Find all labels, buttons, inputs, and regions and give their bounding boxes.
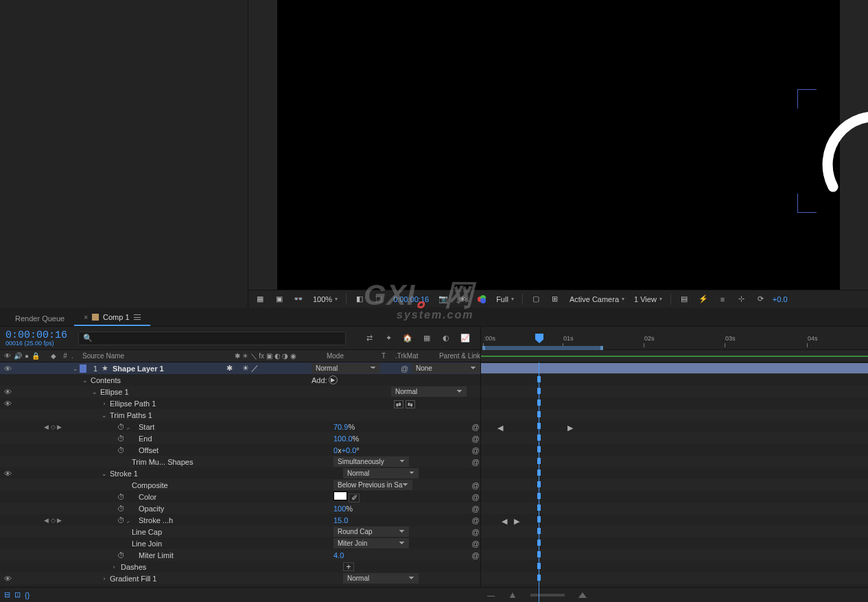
timeline-icon[interactable]: ≡ — [715, 293, 730, 305]
motion-blur-icon[interactable]: ◐ — [441, 333, 451, 344]
twirl-icon[interactable]: ⌄ — [71, 365, 80, 372]
eye-icon[interactable]: 👁 — [3, 387, 12, 397]
layer-color-label[interactable] — [80, 364, 86, 373]
tab-render-queue[interactable]: Render Queue — [5, 311, 74, 326]
twirl-icon[interactable]: › — [100, 575, 108, 582]
link-icon[interactable]: @ — [471, 446, 480, 454]
link-icon[interactable]: @ — [471, 540, 480, 548]
ellipse-group-row[interactable]: 👁 ⌄ Ellipse 1 Normal — [0, 386, 480, 397]
snapshot-icon[interactable]: 📷 — [436, 293, 451, 305]
grid-icon[interactable]: ▦ — [253, 293, 268, 305]
reset-exposure-icon[interactable]: ⟳ — [753, 293, 769, 305]
comp-mini-flowchart-icon[interactable]: ⇄ — [364, 333, 375, 344]
graph-icon[interactable]: ⦧ — [126, 516, 134, 524]
add-dash-button[interactable]: + — [343, 562, 354, 571]
next-keyframe-icon[interactable]: ▶ — [514, 517, 519, 524]
glasses-icon[interactable]: 👓 — [291, 293, 306, 305]
tab-comp-1[interactable]: × Comp 1 — [74, 310, 150, 326]
stroke-mode-dropdown[interactable]: Normal — [343, 468, 419, 478]
timeline-tracks[interactable]: ◀ ▶ ◀ ▶ — [481, 362, 868, 602]
label-column-icon[interactable]: ◆ — [51, 352, 59, 360]
prev-keyframe-icon[interactable]: ◀ — [497, 424, 503, 430]
twirl-icon[interactable]: ⌄ — [81, 377, 89, 384]
graph-editor-icon[interactable]: 📈 — [460, 333, 471, 344]
ellipse-mode-dropdown[interactable]: Normal — [391, 386, 467, 397]
link-icon[interactable]: @ — [471, 481, 480, 489]
composition-canvas[interactable] — [277, 0, 840, 290]
zoom-slider[interactable] — [530, 594, 565, 597]
frame-blend-icon[interactable]: ▦ — [421, 333, 432, 344]
path-reverse-icon[interactable]: ⇆ — [406, 400, 415, 408]
stroke-width-row[interactable]: ◀ ◇ ▶ ⏱ ⦧ Stroke ...h 15.0 @ — [0, 514, 480, 526]
composite-dropdown[interactable]: Below Previous in Sa — [333, 480, 412, 490]
twirl-icon[interactable]: › — [100, 400, 108, 407]
parent-dropdown[interactable]: None — [412, 363, 480, 373]
miter-value[interactable]: 4.0 — [333, 551, 344, 559]
audio-toggle-icon[interactable]: 🔊 — [14, 352, 22, 360]
twirl-icon[interactable]: ⌄ — [91, 389, 99, 395]
link-icon[interactable]: @ — [471, 516, 480, 524]
path-constrain-icon[interactable]: ⇄ — [394, 400, 403, 408]
stroke-width-value[interactable]: 15.0 — [333, 516, 348, 524]
search-layers[interactable]: 🔍 — [78, 332, 346, 345]
start-value[interactable]: 70.9 — [333, 423, 348, 431]
alpha-icon[interactable]: ◧ — [352, 293, 367, 305]
link-icon[interactable]: @ — [471, 528, 480, 536]
stopwatch-icon[interactable]: ⏱ — [117, 551, 125, 559]
line-cap-dropdown[interactable]: Round Cap — [333, 526, 409, 537]
stopwatch-icon[interactable]: ⏱ — [117, 516, 125, 524]
stopwatch-icon[interactable]: ⏱ — [117, 505, 125, 513]
preview-timecode[interactable]: 0:00:00:16 — [390, 293, 432, 305]
channel-icon[interactable] — [474, 293, 489, 305]
toggle-switches-icon[interactable]: ⊟ — [4, 590, 10, 599]
add-button[interactable]: ▶ — [329, 375, 338, 384]
link-icon[interactable]: @ — [471, 423, 480, 431]
views-dropdown[interactable]: 1 View▾ — [631, 293, 665, 305]
pickwhip-icon[interactable]: @ — [401, 364, 409, 373]
link-icon[interactable]: @ — [471, 458, 480, 466]
layer-name[interactable]: Shape Layer 1 — [111, 364, 224, 373]
trim-multiple-row[interactable]: Trim Mu... Shapes Simultaneously @ — [0, 456, 480, 467]
stopwatch-icon[interactable]: ⏱ — [117, 435, 125, 443]
transparency-grid-icon[interactable]: ⊞ — [548, 293, 563, 305]
gradient-fill-row[interactable]: 👁 › Gradient Fill 1 Normal — [0, 572, 480, 584]
lock-toggle-icon[interactable]: 🔒 — [32, 352, 40, 360]
stopwatch-icon[interactable]: ⏱ — [117, 493, 125, 501]
trim-multi-dropdown[interactable]: Simultaneously — [333, 456, 409, 467]
timeline-ruler[interactable]: :00s 01s 02s 03s 04s — [481, 327, 868, 350]
gradfill-mode-dropdown[interactable]: Normal — [343, 573, 419, 583]
eye-icon[interactable]: 👁 — [3, 364, 12, 373]
stopwatch-icon[interactable]: ⏱ — [117, 446, 125, 454]
link-icon[interactable]: @ — [471, 435, 480, 443]
zoom-out-icon[interactable] — [510, 592, 515, 598]
stopwatch-icon[interactable]: ⏱ — [117, 423, 125, 431]
miter-limit-row[interactable]: ⏱ Miter Limit 4.0 @ — [0, 549, 480, 561]
panel-menu-icon[interactable] — [134, 314, 141, 320]
twirl-icon[interactable]: ⌄ — [100, 412, 108, 419]
pixel-aspect-icon[interactable]: ▤ — [677, 293, 692, 305]
opacity-row[interactable]: ⏱ Opacity 100% @ — [0, 502, 480, 514]
fast-preview-icon[interactable]: ⚡ — [696, 293, 711, 305]
shy-icon[interactable]: 🏠 — [402, 333, 413, 344]
toggle-in-out-icon[interactable]: {} — [25, 591, 30, 599]
color-swatch[interactable] — [333, 491, 347, 500]
source-name-column[interactable]: Source Name — [78, 352, 232, 360]
close-icon[interactable]: × — [84, 314, 88, 321]
stroke-row[interactable]: 👁 ⌄ Stroke 1 Normal — [0, 467, 480, 479]
eye-icon[interactable]: 👁 — [3, 574, 12, 583]
keyframe-nav[interactable]: ◀ ◇ ▶ — [41, 424, 71, 430]
line-cap-row[interactable]: Line Cap Round Cap @ — [0, 526, 480, 537]
next-keyframe-icon[interactable]: ▶ — [567, 424, 573, 430]
color-row[interactable]: ⏱ Color ✐ @ — [0, 491, 480, 502]
roi-icon[interactable]: ▢ — [528, 293, 543, 305]
composite-row[interactable]: Composite Below Previous in Sa @ — [0, 479, 480, 491]
video-toggle-icon[interactable]: 👁 — [4, 352, 11, 360]
trim-start-row[interactable]: ◀ ◇ ▶ ⏱ ⦧ Start 70.9% @ — [0, 421, 480, 432]
zoom-dropdown[interactable]: 100%▾ — [310, 293, 340, 305]
eye-icon[interactable]: 👁 — [3, 469, 12, 478]
trim-offset-row[interactable]: ⏱ Offset 0x+0.0° @ — [0, 444, 480, 456]
twirl-icon[interactable]: › — [110, 564, 118, 570]
layer-row-1[interactable]: 👁 ⌄ 1 ★ Shape Layer 1 ✱☀／ Normal @ None — [0, 362, 480, 374]
eye-icon[interactable]: 👁 — [3, 399, 12, 408]
show-snapshot-icon[interactable]: 👁 — [455, 293, 470, 305]
